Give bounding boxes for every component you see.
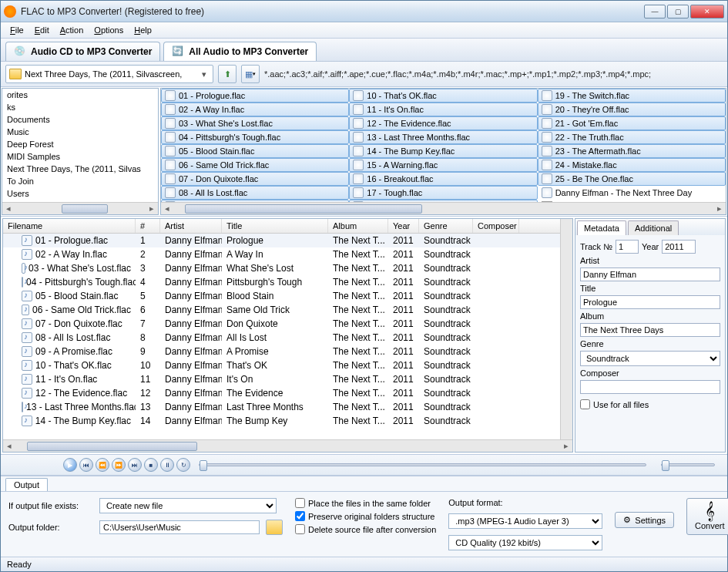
- col-composer[interactable]: Composer: [473, 219, 519, 233]
- track-row[interactable]: 12 - The Evidence.flac 12 Danny Elfman T…: [3, 386, 560, 400]
- chk-delete-src[interactable]: [295, 524, 305, 534]
- next-track-button[interactable]: ⏭: [128, 458, 142, 472]
- file-item[interactable]: 02 - A Way In.flac: [161, 103, 349, 116]
- file-item[interactable]: 21 - Got 'Em.flac: [538, 116, 726, 130]
- file-item[interactable]: 01 - Prologue.flac: [161, 89, 349, 103]
- tab-all-audio[interactable]: 🔄 All Audio to MP3 Converter: [163, 42, 317, 61]
- select-genre[interactable]: Soundtrack: [580, 351, 720, 366]
- input-year[interactable]: [662, 240, 696, 254]
- tree-item[interactable]: orites: [2, 89, 158, 101]
- close-button[interactable]: ✕: [690, 5, 724, 19]
- file-item[interactable]: 05 - Blood Stain.flac: [161, 144, 349, 158]
- file-item[interactable]: 24 - Mistake.flac: [538, 158, 726, 172]
- track-row[interactable]: 02 - A Way In.flac 2 Danny Elfman A Way …: [3, 247, 560, 261]
- minimize-button[interactable]: —: [644, 5, 666, 19]
- menu-file[interactable]: File: [5, 24, 29, 36]
- prev-track-button[interactable]: ⏮: [79, 458, 93, 472]
- track-row[interactable]: 09 - A Promise.flac 9 Danny Elfman A Pro…: [3, 345, 560, 358]
- track-row[interactable]: 08 - All Is Lost.flac 8 Danny Elfman All…: [3, 331, 560, 345]
- track-row[interactable]: 10 - That's OK.flac 10 Danny Elfman That…: [3, 358, 560, 372]
- track-vscroll[interactable]: [560, 219, 572, 439]
- repeat-button[interactable]: ↻: [176, 458, 190, 472]
- file-item[interactable]: 22 - The Truth.flac: [538, 130, 726, 144]
- menu-options[interactable]: Options: [89, 24, 128, 36]
- col-genre[interactable]: Genre: [419, 219, 473, 233]
- tree-item[interactable]: Users: [2, 187, 158, 200]
- file-item[interactable]: 08 - All Is Lost.flac: [161, 186, 349, 200]
- file-item[interactable]: 16 - Breakout.flac: [349, 172, 537, 186]
- stop-button[interactable]: ■: [144, 458, 158, 472]
- col-num[interactable]: #: [136, 219, 160, 233]
- meta-tab-metadata[interactable]: Metadata: [577, 220, 626, 235]
- file-item[interactable]: 15 - A Warning.flac: [349, 158, 537, 172]
- file-item[interactable]: 25 - Be The One.flac: [538, 172, 726, 186]
- file-item[interactable]: 23 - The Aftermath.flac: [538, 144, 726, 158]
- input-artist[interactable]: [580, 267, 720, 281]
- folder-combo[interactable]: Next Three Days, The (2011, Silvascreen,…: [5, 65, 213, 83]
- tree-item[interactable]: MIDI Samples: [2, 150, 158, 163]
- titlebar[interactable]: FLAC to MP3 Converter! (Registered to fr…: [1, 1, 727, 22]
- col-filename[interactable]: Filename: [3, 219, 136, 233]
- track-row[interactable]: 03 - What She's Lost.flac 3 Danny Elfman…: [3, 261, 560, 275]
- select-if-exists[interactable]: Create new file: [99, 498, 277, 513]
- track-row[interactable]: 05 - Blood Stain.flac 5 Danny Elfman Blo…: [3, 289, 560, 303]
- select-format[interactable]: .mp3 (MPEG-1 Audio Layer 3): [448, 513, 602, 529]
- file-item[interactable]: 14 - The Bump Key.flac: [349, 144, 537, 158]
- file-item[interactable]: 10 - That's OK.flac: [349, 89, 537, 103]
- input-album[interactable]: [580, 323, 720, 337]
- tree-item[interactable]: Deep Forest: [2, 138, 158, 150]
- col-artist[interactable]: Artist: [160, 219, 222, 233]
- tree-item[interactable]: Next Three Days, The (2011, Silvas: [2, 163, 158, 175]
- track-hscroll[interactable]: ◂▸: [3, 439, 572, 452]
- chk-same-folder[interactable]: [295, 498, 305, 508]
- track-row[interactable]: 11 - It's On.flac 11 Danny Elfman It's O…: [3, 372, 560, 386]
- menu-edit[interactable]: Edit: [30, 24, 54, 36]
- rewind-button[interactable]: ⏪: [96, 458, 109, 472]
- col-title[interactable]: Title: [222, 219, 328, 233]
- file-item[interactable]: 12 - The Evidence.flac: [349, 116, 537, 130]
- tree-item[interactable]: ks: [2, 101, 158, 113]
- chk-preserve[interactable]: [295, 511, 305, 521]
- tree-item[interactable]: To Join: [2, 175, 158, 187]
- maximize-button[interactable]: ▢: [667, 5, 689, 19]
- track-row[interactable]: 13 - Last Three Months.flac 13 Danny Elf…: [3, 400, 560, 414]
- tree-hscroll[interactable]: ◂▸: [2, 202, 158, 214]
- menu-action[interactable]: Action: [55, 24, 89, 36]
- tab-audio-cd[interactable]: 💿 Audio CD to MP3 Converter: [5, 42, 160, 61]
- file-item[interactable]: 07 - Don Quixote.flac: [161, 172, 349, 186]
- select-quality[interactable]: CD Quality (192 kbit/s): [448, 535, 602, 550]
- col-year[interactable]: Year: [388, 219, 419, 233]
- pause-button[interactable]: ⏸: [160, 458, 174, 472]
- folder-tree[interactable]: oritesksDocumentsMusicDeep ForestMIDI Sa…: [2, 88, 159, 215]
- tree-item[interactable]: Documents: [2, 113, 158, 126]
- track-row[interactable]: 01 - Prologue.flac 1 Danny Elfman Prolog…: [3, 234, 560, 247]
- input-trackno[interactable]: [616, 240, 639, 254]
- track-header[interactable]: Filename # Artist Title Album Year Genre…: [3, 219, 560, 234]
- file-item[interactable]: 13 - Last Three Months.flac: [349, 130, 537, 144]
- input-output-folder[interactable]: [99, 520, 260, 534]
- input-title[interactable]: [580, 295, 720, 309]
- browse-folder-button[interactable]: [266, 520, 283, 535]
- convert-button[interactable]: 𝄞 Convert: [686, 498, 728, 535]
- track-row[interactable]: 06 - Same Old Trick.flac 6 Danny Elfman …: [3, 303, 560, 317]
- menu-help[interactable]: Help: [129, 24, 156, 36]
- play-button[interactable]: ▶: [63, 458, 77, 472]
- file-item[interactable]: 17 - Tough.flac: [349, 186, 537, 200]
- folder-up-button[interactable]: ⬆: [218, 65, 237, 83]
- file-item[interactable]: 19 - The Switch.flac: [538, 89, 726, 103]
- track-table[interactable]: Filename # Artist Title Album Year Genre…: [2, 218, 573, 453]
- input-composer[interactable]: [580, 380, 720, 394]
- file-item[interactable]: 04 - Pittsburgh's Tough.flac: [161, 130, 349, 144]
- file-item[interactable]: 20 - They're Off.flac: [538, 103, 726, 116]
- chk-use-for-all[interactable]: [580, 399, 590, 409]
- track-row[interactable]: 07 - Don Quixote.flac 7 Danny Elfman Don…: [3, 317, 560, 331]
- tab-output[interactable]: Output: [5, 478, 48, 491]
- tree-item[interactable]: Music: [2, 126, 158, 138]
- view-mode-button[interactable]: ▦▾: [241, 65, 260, 83]
- track-row[interactable]: 04 - Pittsburgh's Tough.flac 4 Danny Elf…: [3, 275, 560, 289]
- file-item[interactable]: 11 - It's On.flac: [349, 103, 537, 116]
- file-item[interactable]: 06 - Same Old Trick.flac: [161, 158, 349, 172]
- volume-slider[interactable]: [661, 463, 715, 466]
- track-row[interactable]: 14 - The Bump Key.flac 14 Danny Elfman T…: [3, 414, 560, 428]
- files-hscroll[interactable]: ◂▸: [161, 202, 726, 214]
